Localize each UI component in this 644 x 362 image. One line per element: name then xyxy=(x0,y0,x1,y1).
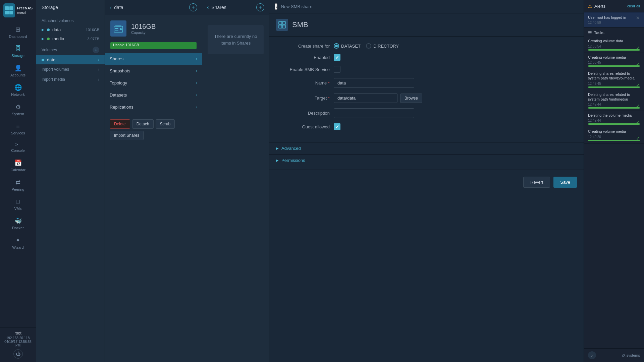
enabled-row: Enabled ✓ xyxy=(276,54,577,61)
form-actions: Revert Save xyxy=(269,170,584,194)
capacity-icon xyxy=(110,20,126,37)
smb-breadcrumb: New SMB share xyxy=(281,4,578,9)
smb-form-body: Create share for DATASET DIRECTORY Enabl… xyxy=(269,37,584,142)
smb-title: SMB xyxy=(292,20,308,29)
sidebar-item-peering[interactable]: ⇄ Peering xyxy=(0,175,36,195)
topology-chevron: › xyxy=(196,81,197,85)
description-row: Description xyxy=(276,108,577,118)
capacity-area: 1016GB Capacity xyxy=(105,15,202,42)
sidebar-item-network[interactable]: 🌐 Network xyxy=(0,80,36,100)
directory-radio[interactable]: DIRECTORY xyxy=(366,43,399,49)
import-media-chevron: › xyxy=(98,77,99,82)
browse-button[interactable]: Browse xyxy=(400,94,422,103)
storage-icon: 🗄 xyxy=(15,45,21,52)
data-back-button[interactable]: ‹ xyxy=(110,4,111,10)
revert-button[interactable]: Revert xyxy=(523,177,550,188)
name-label: Name * xyxy=(276,80,330,85)
task-progress-1 xyxy=(588,65,640,67)
capacity-value: 1016GB xyxy=(131,23,156,31)
import-volumes-link[interactable]: Import volumes › xyxy=(36,64,105,74)
volume-item-data[interactable]: ▶ data 1016GB xyxy=(36,25,105,34)
volume-name-media: media xyxy=(52,36,85,41)
nav-datasets[interactable]: Datasets › xyxy=(105,89,202,101)
alert-item-0: ✕ User root has logged in 12:40:59 xyxy=(584,12,644,27)
advanced-collapsible[interactable]: ▶ Advanced xyxy=(269,142,584,154)
sidebar-item-console[interactable]: >_ Console xyxy=(0,138,36,156)
sidebar-item-system[interactable]: ⚙ System xyxy=(0,100,36,119)
smb-back-button[interactable]: ‹ xyxy=(275,3,277,10)
scrub-button[interactable]: Scrub xyxy=(156,119,175,129)
nav-replications[interactable]: Replications › xyxy=(105,101,202,113)
svg-rect-10 xyxy=(282,21,285,24)
expand-panel-button[interactable]: › xyxy=(588,351,596,359)
snapshots-chevron: › xyxy=(196,69,197,73)
sidebar-item-dashboard[interactable]: ⊞ Dashboard xyxy=(0,22,36,42)
nav-shares[interactable]: Shares › xyxy=(105,53,202,65)
delete-button[interactable]: Delete xyxy=(110,119,130,129)
guest-allowed-label: Guest allowed xyxy=(276,124,330,129)
detach-button[interactable]: Detach xyxy=(132,119,154,129)
volume-item-media[interactable]: ▶ media 3.97TB xyxy=(36,34,105,43)
peering-icon: ⇄ xyxy=(15,179,20,186)
guest-allowed-checkbox[interactable]: ✓ xyxy=(334,123,340,130)
data-nav-list: Shares › Snapshots › Topology › Datasets… xyxy=(105,50,202,116)
dot-data xyxy=(47,28,50,31)
sidebar-item-accounts[interactable]: 👤 Accounts xyxy=(0,61,36,80)
task-progress-3 xyxy=(588,107,640,109)
vms-icon: □ xyxy=(16,198,20,205)
volume-size-data: 1016GB xyxy=(86,28,99,32)
shares-back-button[interactable]: ‹ xyxy=(207,4,209,10)
import-shares-button[interactable]: Import Shares xyxy=(110,131,144,140)
datetime-label: 04/19/17 12:56:53 PM xyxy=(3,340,33,347)
create-share-for-label: Create share for xyxy=(276,44,330,49)
datasets-chevron: › xyxy=(196,93,197,98)
svg-rect-2 xyxy=(5,11,9,14)
description-label: Description xyxy=(276,111,330,116)
task-progress-4 xyxy=(588,123,640,125)
power-button[interactable]: ⏻ xyxy=(13,349,23,359)
enabled-checkbox[interactable]: ✓ xyxy=(334,54,340,61)
task-progress-2 xyxy=(588,86,640,88)
enable-smb-service-checkbox[interactable] xyxy=(334,66,340,73)
capacity-info: 1016GB Capacity xyxy=(131,23,156,35)
data-add-button[interactable]: + xyxy=(189,3,197,11)
nav-topology[interactable]: Topology › xyxy=(105,77,202,89)
active-volume-data[interactable]: data › xyxy=(36,55,105,64)
enable-smb-service-label: Enable SMB Service xyxy=(276,67,330,72)
import-media-link[interactable]: Import media › xyxy=(36,74,105,84)
nav-snapshots[interactable]: Snapshots › xyxy=(105,65,202,77)
add-volume-button[interactable]: + xyxy=(93,47,99,53)
chevron-data-icon: ▶ xyxy=(42,28,44,32)
main-content: Storage Attached volumes ▶ data 1016GB ▶… xyxy=(36,0,644,362)
name-input[interactable] xyxy=(334,78,414,88)
permissions-triangle-icon: ▶ xyxy=(276,159,279,162)
target-input[interactable] xyxy=(334,93,397,103)
shares-add-button[interactable]: + xyxy=(256,3,264,11)
sidebar-item-wizard[interactable]: ✦ Wizard xyxy=(0,233,36,253)
chevron-media-icon: ▶ xyxy=(42,37,44,41)
sidebar-item-docker[interactable]: 🐳 Docker xyxy=(0,214,36,233)
alert-close-button[interactable]: ✕ xyxy=(636,15,640,20)
sidebar-item-vms[interactable]: □ VMs xyxy=(0,195,36,214)
description-input[interactable] xyxy=(334,108,414,118)
task-item-4: Deleting the volume media 12:49:44 ✓ xyxy=(584,111,644,127)
svg-rect-1 xyxy=(9,6,13,10)
enabled-label: Enabled xyxy=(276,55,330,60)
sidebar-item-calendar[interactable]: 📅 Calendar xyxy=(0,156,36,175)
alert-bell-icon: ⚠ xyxy=(588,3,592,9)
active-volume-dot xyxy=(42,59,44,61)
sidebar-item-storage[interactable]: 🗄 Storage xyxy=(0,42,36,61)
save-button[interactable]: Save xyxy=(553,177,577,188)
clear-all-link[interactable]: clear all xyxy=(627,4,640,8)
svg-point-6 xyxy=(120,28,122,30)
username-label: root xyxy=(3,331,33,336)
services-icon: ≡ xyxy=(16,123,20,130)
svg-rect-5 xyxy=(115,25,121,27)
ix-systems-logo: iX systems xyxy=(622,353,640,357)
shares-panel: ‹ Shares + There are currently no items … xyxy=(202,0,269,362)
dataset-radio[interactable]: DATASET xyxy=(334,43,361,49)
task-item-3: Deleting shares related to system path /… xyxy=(584,90,644,111)
target-required-marker: * xyxy=(328,96,330,101)
permissions-collapsible[interactable]: ▶ Permissions xyxy=(269,154,584,166)
sidebar-item-services[interactable]: ≡ Services xyxy=(0,119,36,138)
